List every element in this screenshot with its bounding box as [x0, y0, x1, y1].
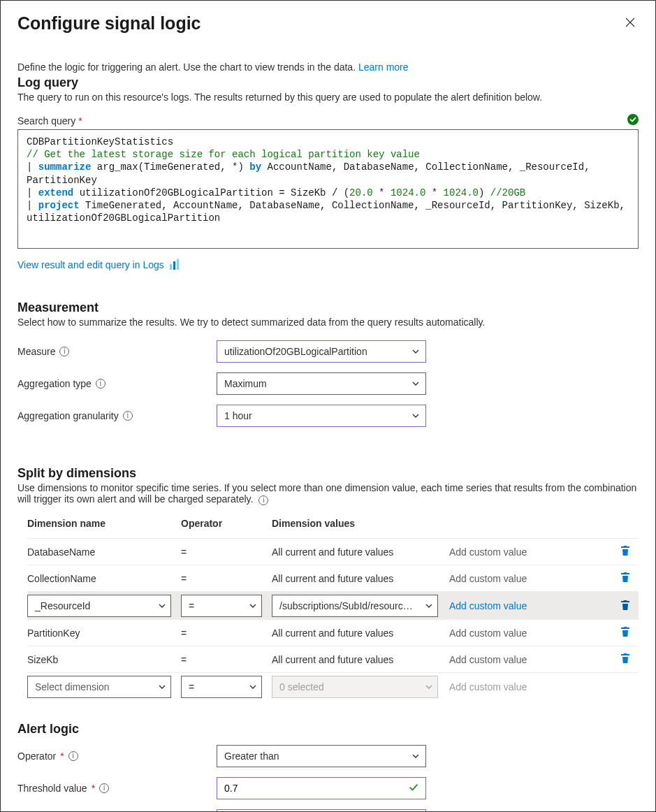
chevron-down-icon — [411, 347, 420, 356]
agg-gran-label: Aggregation granularity — [17, 410, 119, 421]
query-number: 20.0 — [349, 187, 373, 198]
threshold-input-wrapper — [217, 777, 426, 799]
dim-name: DatabaseName — [27, 545, 181, 559]
measurement-desc: Select how to summarize the results. We … — [17, 317, 639, 328]
dim-val: All current and future values — [272, 653, 449, 667]
svg-rect-1 — [170, 264, 172, 270]
svg-rect-2 — [173, 261, 175, 270]
dim-val-placeholder: 0 selected — [279, 681, 324, 693]
dim-op: = — [181, 653, 272, 667]
dim-op-value: = — [189, 600, 194, 611]
view-in-logs-link[interactable]: View result and edit query in Logs — [17, 259, 164, 270]
query-text: arg_max(TimeGenerated, *) — [91, 161, 249, 173]
dim-op: = — [181, 545, 272, 559]
info-icon[interactable]: i — [96, 379, 105, 389]
dim-val-select[interactable]: /subscriptions/SubId/resourc… — [272, 595, 438, 617]
dimension-row: DatabaseName = All current and future va… — [27, 539, 639, 565]
add-custom-value[interactable]: Add custom value — [449, 573, 527, 584]
threshold-label: Threshold value — [17, 783, 87, 794]
add-custom-value[interactable]: Add custom value — [449, 654, 527, 665]
dimensions-heading: Split by dimensions — [17, 466, 639, 481]
dimensions-desc-text: Use dimensions to monitor specific time … — [17, 482, 636, 505]
dim-op: = — [181, 572, 272, 586]
close-icon[interactable] — [625, 13, 639, 30]
measure-value: utilizationOf20GBLogicalPartition — [224, 346, 367, 357]
delete-icon[interactable] — [620, 572, 631, 583]
chevron-down-icon — [158, 602, 166, 610]
dim-name-value: _ResourceId — [35, 600, 90, 611]
chevron-down-icon — [411, 412, 420, 420]
add-custom-value[interactable]: Add custom value — [449, 628, 527, 639]
dimension-row-editing: _ResourceId = /subscriptions/SubId/resou… — [27, 592, 639, 620]
delete-icon[interactable] — [620, 626, 631, 637]
query-comment: // Get the latest storage size for each … — [27, 149, 420, 160]
valid-check-icon — [627, 114, 639, 127]
info-icon[interactable]: i — [59, 347, 69, 356]
agg-gran-select[interactable]: 1 hour — [217, 405, 426, 427]
intro-text: Define the logic for triggering an alert… — [17, 61, 639, 73]
query-number: 1024.0 — [444, 187, 479, 198]
agg-type-label: Aggregation type — [17, 378, 92, 389]
measurement-heading: Measurement — [17, 300, 639, 315]
chevron-down-icon — [411, 752, 420, 760]
agg-type-select[interactable]: Maximum — [217, 372, 426, 395]
required-star: * — [60, 751, 64, 762]
info-icon[interactable]: i — [258, 495, 268, 505]
agg-type-value: Maximum — [224, 378, 267, 389]
chevron-down-icon — [249, 683, 257, 691]
dim-name-placeholder: Select dimension — [35, 681, 110, 693]
query-text: TimeGenerated, AccountName, DatabaseName… — [27, 200, 631, 224]
dim-name: CollectionName — [27, 572, 181, 586]
query-keyword: summarize — [38, 161, 92, 173]
dim-val-value: /subscriptions/SubId/resourc… — [279, 600, 413, 611]
operator-select[interactable]: Greater than — [217, 745, 426, 767]
dim-op-value: = — [189, 681, 194, 693]
dim-name: SizeKb — [27, 653, 181, 667]
svg-rect-3 — [177, 259, 179, 270]
chevron-down-icon — [425, 602, 433, 610]
dim-op-select[interactable]: = — [181, 676, 262, 698]
add-custom-value[interactable]: Add custom value — [449, 600, 527, 611]
query-editor[interactable]: CDBPartitionKeyStatistics // Get the lat… — [17, 129, 639, 249]
dim-op: = — [181, 626, 272, 640]
delete-icon[interactable] — [620, 653, 631, 664]
chevron-down-icon — [411, 379, 420, 388]
add-custom-value-disabled: Add custom value — [449, 681, 527, 693]
query-keyword: by — [249, 161, 261, 173]
learn-more-link[interactable]: Learn more — [358, 61, 409, 73]
col-operator: Operator — [181, 516, 272, 530]
valid-check-icon — [409, 783, 418, 795]
dim-op-select[interactable]: = — [181, 595, 262, 617]
info-icon[interactable]: i — [99, 783, 109, 793]
info-icon[interactable]: i — [123, 411, 133, 421]
query-line: CDBPartitionKeyStatistics — [27, 136, 173, 147]
log-query-desc: The query to run on this resource's logs… — [17, 92, 639, 103]
measure-label: Measure — [17, 346, 55, 357]
dimensions-desc: Use dimensions to monitor specific time … — [17, 482, 639, 505]
query-keyword: project — [38, 200, 80, 211]
freq-select[interactable]: 1 hour — [217, 809, 426, 812]
delete-icon[interactable] — [620, 600, 631, 611]
dim-val: All current and future values — [272, 572, 449, 586]
query-keyword: extend — [38, 187, 73, 198]
svg-point-0 — [627, 114, 639, 125]
dim-val-select-disabled: 0 selected — [272, 676, 438, 698]
dimensions-header: Dimension name Operator Dimension values — [27, 512, 639, 539]
dim-val: All current and future values — [272, 545, 449, 559]
info-icon[interactable]: i — [68, 751, 78, 761]
col-dim-name: Dimension name — [27, 516, 181, 530]
dim-name-select[interactable]: _ResourceId — [27, 595, 171, 617]
measure-select[interactable]: utilizationOf20GBLogicalPartition — [217, 340, 426, 363]
threshold-input[interactable] — [224, 783, 404, 794]
intro-body: Define the logic for triggering an alert… — [17, 61, 358, 73]
add-custom-value[interactable]: Add custom value — [449, 546, 527, 558]
dimension-row: CollectionName = All current and future … — [27, 565, 639, 592]
query-text: utilizationOf20GBLogicalPartition = Size… — [73, 187, 349, 198]
alert-logic-heading: Alert logic — [17, 722, 639, 737]
chevron-down-icon — [425, 683, 433, 691]
dim-name-select[interactable]: Select dimension — [27, 676, 171, 698]
chevron-down-icon — [158, 683, 166, 691]
query-text: ) — [479, 187, 490, 198]
search-query-label: Search query * — [17, 115, 82, 126]
delete-icon[interactable] — [620, 545, 631, 556]
